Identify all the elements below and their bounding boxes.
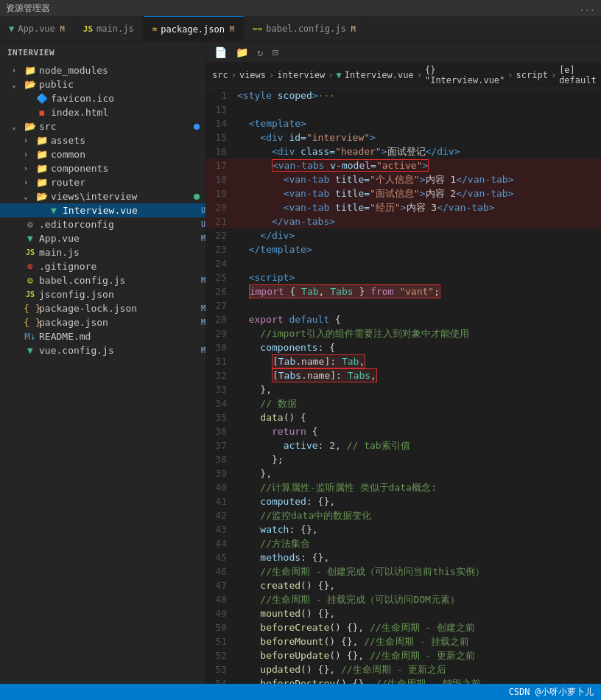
chevron-down-icon: ⌄ [24, 192, 35, 200]
sidebar-item-package-lock[interactable]: { } package-lock.json M [0, 301, 205, 315]
code-line-49: 49 mounted() {}, [206, 606, 601, 620]
sidebar-item-editorconfig[interactable]: ⚙ .editorconfig U [0, 217, 205, 231]
sidebar-item-package-json[interactable]: { } package.json M [0, 315, 205, 329]
code-line-36: 36 return { [206, 424, 601, 438]
main-area: INTERVIEW › 📁 node_modules ⌄ 📂 public 🔷 … [0, 42, 601, 684]
babel-icon: ≈≈ [253, 24, 262, 34]
tab-package-json[interactable]: ≈ package.json M [144, 16, 244, 41]
code-line-52: 52 beforeUpdate() {}, //生命周期 - 更新之前 [206, 648, 601, 662]
folder-icon: 📁 [35, 177, 49, 188]
code-line-43: 43 watch: {}, [206, 522, 601, 536]
sidebar-item-vue-config[interactable]: ▼ vue.config.js M [0, 343, 205, 357]
sidebar-item-main-js[interactable]: JS main.js [0, 245, 205, 259]
collapse-icon[interactable]: ⊟ [270, 45, 280, 60]
code-line-35: 35 data() { [206, 410, 601, 424]
code-line-41: 41 computed: {}, [206, 494, 601, 508]
sidebar-item-components[interactable]: › 📁 components [0, 161, 205, 175]
tab-main-js[interactable]: JS main.js [74, 16, 144, 41]
json-icon: { } [24, 317, 37, 328]
sidebar-item-common[interactable]: › 📁 common [0, 147, 205, 161]
favicon-icon: 🔷 [35, 93, 49, 104]
code-line-16: 16 <div class="header">面试登记</div> [206, 144, 601, 158]
js-icon: JS [24, 248, 37, 256]
json-icon: { } [24, 303, 37, 314]
title-label: 资源管理器 [6, 2, 50, 15]
tab-label: package.json [161, 24, 225, 35]
code-line-47: 47 created() {}, [206, 578, 601, 592]
title-bar: 资源管理器 ... [0, 0, 601, 16]
sidebar-item-router[interactable]: › 📁 router [0, 175, 205, 189]
code-line-39: 39 }, [206, 466, 601, 480]
chevron-right-icon: › [24, 178, 35, 186]
sidebar-item-index-html[interactable]: ◼ index.html [0, 105, 205, 119]
js-icon: JS [24, 290, 37, 298]
editor-area: 📄 📁 ↻ ⊟ src › views › interview › ▼ Inte… [206, 42, 601, 684]
folder-icon: 📁 [35, 135, 49, 146]
code-line-54: 54 beforeDestroy() {}, //生命周期 - 销毁之前 [206, 676, 601, 684]
vue-icon: ▼ [24, 233, 37, 244]
sidebar-item-public[interactable]: ⌄ 📂 public [0, 77, 205, 91]
sidebar-item-babel-config[interactable]: ⚙ babel.config.js M [0, 273, 205, 287]
json-icon: ≈ [152, 24, 158, 34]
new-folder-icon[interactable]: 📁 [233, 45, 250, 60]
chevron-down-icon: ⌄ [12, 122, 24, 130]
folder-icon: 📂 [35, 191, 49, 202]
code-line-1: 1 <style scoped>··· [206, 88, 601, 102]
vue-icon: ▼ [47, 205, 60, 216]
sidebar-item-favicon[interactable]: 🔷 favicon.ico [0, 91, 205, 105]
sidebar-item-interview-vue[interactable]: ▼ Interview.vue U [0, 203, 205, 217]
status-right: CSDN @小呀小萝卜儿 [509, 686, 594, 699]
code-line-26: 26 import { Tab, Tabs } from "vant"; [206, 284, 601, 298]
code-editor[interactable]: 1 <style scoped>··· 13 14 <template> 15 [206, 88, 601, 684]
sidebar-item-readme[interactable]: M↓ README.md [0, 329, 205, 343]
status-bar: CSDN @小呀小萝卜儿 [0, 684, 601, 700]
code-line-30: 30 components: { [206, 340, 601, 354]
folder-icon: 📁 [24, 65, 37, 76]
code-line-37: 37 active: 2, // tab索引值 [206, 438, 601, 452]
code-line-38: 38 }; [206, 452, 601, 466]
code-line-23: 23 </template> [206, 242, 601, 256]
tab-babel-config[interactable]: ≈≈ babel.config.js M [244, 16, 365, 41]
code-line-48: 48 //生命周期 - 挂载完成（可以访问DOM元素） [206, 592, 601, 606]
sidebar-item-assets[interactable]: › 📁 assets [0, 133, 205, 147]
code-line-25: 25 <script> [206, 270, 601, 284]
code-line-21: 21 </van-tabs> [206, 214, 601, 228]
code-line-31: 31 [Tab.name]: Tab, [206, 354, 601, 368]
chevron-right-icon: › [24, 136, 35, 144]
code-line-22: 22 </div> [206, 228, 601, 242]
sidebar-item-views-interview[interactable]: ⌄ 📂 views\interview [0, 189, 205, 203]
code-line-34: 34 // 数据 [206, 396, 601, 410]
sidebar-item-node-modules[interactable]: › 📁 node_modules [0, 63, 205, 77]
new-file-icon[interactable]: 📄 [212, 45, 229, 60]
config-icon: ⚙ [24, 219, 37, 230]
sidebar-item-src[interactable]: ⌄ 📂 src [0, 119, 205, 133]
sidebar-item-gitignore[interactable]: ⊗ .gitignore [0, 259, 205, 273]
editor-toolbar: 📄 📁 ↻ ⊟ [206, 42, 601, 63]
tab-app-vue[interactable]: ▼ App.vue M [0, 16, 74, 41]
chevron-right-icon: › [12, 66, 24, 74]
code-line-46: 46 //生命周期 - 创建完成（可以访问当前this实例） [206, 564, 601, 578]
code-line-28: 28 export default { [206, 312, 601, 326]
babel-icon: ⚙ [24, 275, 37, 286]
tab-label: main.js [96, 24, 134, 34]
sidebar-item-jsconfig-json[interactable]: JS jsconfig.json [0, 287, 205, 301]
folder-icon: 📂 [24, 121, 37, 132]
code-line-40: 40 //计算属性-监听属性 类似于data概念: [206, 480, 601, 494]
folder-icon: 📂 [24, 79, 37, 90]
code-line-27: 27 [206, 298, 601, 312]
git-icon: ⊗ [24, 261, 37, 272]
tab-label: babel.config.js [266, 24, 345, 34]
code-line-42: 42 //监控data中的数据变化 [206, 508, 601, 522]
chevron-right-icon: › [24, 164, 35, 172]
code-line-44: 44 //方法集合 [206, 536, 601, 550]
breadcrumb: src › views › interview › ▼ Interview.vu… [206, 63, 601, 88]
js-icon: JS [83, 24, 93, 34]
refresh-icon[interactable]: ↻ [255, 45, 265, 60]
code-line-51: 51 beforeMount() {}, //生命周期 - 挂载之前 [206, 634, 601, 648]
code-line-20: 20 <van-tab title="经历">内容 3</van-tab> [206, 200, 601, 214]
code-line-18: 18 <van-tab title="个人信息">内容 1</van-tab> [206, 172, 601, 186]
sidebar-item-app-vue[interactable]: ▼ App.vue M [0, 231, 205, 245]
tab-bar: ▼ App.vue M JS main.js ≈ package.json M … [0, 16, 601, 42]
chevron-down-icon: ⌄ [12, 80, 24, 88]
code-line-14: 14 <template> [206, 116, 601, 130]
